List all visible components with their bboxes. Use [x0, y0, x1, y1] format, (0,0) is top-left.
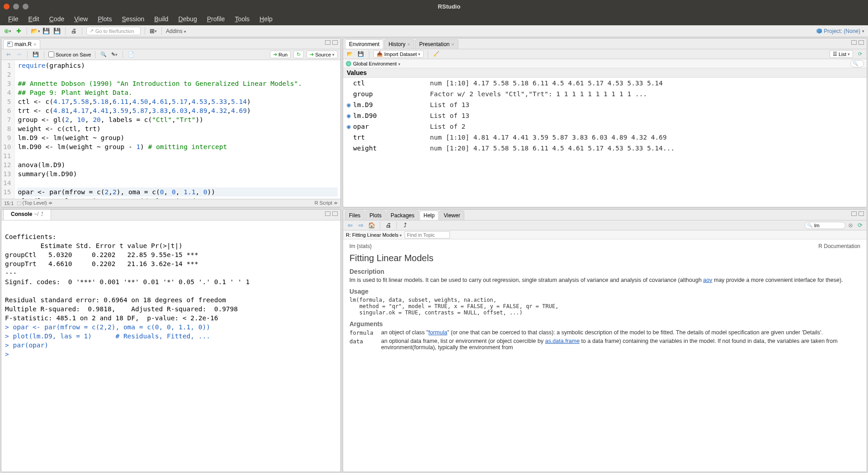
tab-plots[interactable]: Plots	[365, 211, 386, 220]
pane-maximize-icon[interactable]	[859, 211, 864, 216]
source-pane: main.R × ⇦ ⇨ 💾 Source on Save 🔍 ✎▾ 📄 ➔Ru…	[1, 38, 341, 207]
menu-profile[interactable]: Profile	[203, 14, 230, 24]
menu-file[interactable]: File	[4, 14, 23, 24]
help-back-icon[interactable]: ⇦	[346, 221, 354, 229]
goto-file-input[interactable]: ↗Go to file/function	[86, 27, 141, 35]
wand-icon[interactable]: ✎▾	[110, 51, 118, 59]
help-link-aov[interactable]: aov	[703, 277, 712, 283]
list-view-button[interactable]: ☰ List ▾	[830, 50, 853, 58]
help-forward-icon[interactable]: ⇨	[357, 221, 365, 229]
help-refresh-icon[interactable]: ⟳	[856, 221, 864, 229]
console-popout-icon[interactable]: ⤴	[41, 211, 43, 217]
help-content: lm {stats} R Documentation Fitting Linea…	[343, 239, 867, 472]
menu-debug[interactable]: Debug	[174, 14, 201, 24]
open-file-icon[interactable]: 📂▾	[31, 27, 39, 35]
console-tab[interactable]: Console ~/ ⤴	[3, 209, 51, 220]
tab-presentation[interactable]: Presentation×	[415, 39, 458, 49]
file-type-indicator[interactable]: R Script ≑	[315, 200, 338, 206]
close-tab-icon[interactable]: ×	[33, 42, 36, 47]
project-dropdown[interactable]: Project: (None) ▾	[816, 28, 864, 34]
env-row[interactable]: groupFactor w/ 2 levels "Ctl","Trt": 1 1…	[343, 89, 867, 99]
pane-maximize-icon[interactable]	[859, 40, 864, 45]
save-workspace-icon[interactable]: 💾	[357, 50, 365, 58]
menu-session[interactable]: Session	[117, 14, 149, 24]
save-all-icon[interactable]: 💾	[53, 27, 61, 35]
close-tab-icon[interactable]: ×	[452, 42, 454, 47]
help-popout-icon[interactable]: ⤴	[401, 221, 409, 229]
help-print-icon[interactable]: 🖨	[384, 221, 392, 229]
console-path: ~/	[34, 211, 38, 217]
scope-selector[interactable]: Global Environment ▾	[353, 61, 401, 66]
help-search-clear-icon[interactable]: ⊗	[848, 222, 853, 229]
menu-tools[interactable]: Tools	[230, 14, 254, 24]
tab-help[interactable]: Help	[420, 211, 439, 220]
import-dataset-button[interactable]: 📥 Import Dataset ▾	[373, 50, 424, 58]
load-workspace-icon[interactable]: 📂	[346, 50, 354, 58]
clear-workspace-icon[interactable]: 🧹	[432, 50, 440, 58]
source-on-save-checkbox[interactable]: Source on Save	[48, 52, 91, 57]
grid-icon[interactable]: ⊞▾	[149, 27, 157, 35]
pane-minimize-icon[interactable]	[325, 40, 330, 45]
tab-viewer[interactable]: Viewer	[439, 211, 464, 220]
help-link[interactable]: as.data.frame	[545, 338, 580, 344]
new-file-icon[interactable]: ⊕▾	[4, 27, 12, 35]
rerun-button[interactable]: ↻	[293, 51, 304, 58]
scope-indicator[interactable]: ⬚ (Top Level) ≑	[17, 200, 53, 206]
env-var-value: List of 13	[430, 111, 863, 121]
print-icon[interactable]: 🖨	[70, 27, 78, 35]
save-icon[interactable]: 💾	[42, 27, 50, 35]
help-search-input[interactable]: lm	[805, 222, 845, 229]
tab-packages[interactable]: Packages	[387, 211, 419, 220]
find-in-topic-input[interactable]	[405, 231, 450, 239]
window-minimize-button[interactable]	[13, 4, 19, 9]
refresh-icon[interactable]: ⟳	[856, 50, 864, 58]
help-link[interactable]: formula	[429, 329, 448, 336]
menu-edit[interactable]: Edit	[24, 14, 44, 24]
help-package-name: lm {stats}	[349, 243, 372, 249]
help-home-icon[interactable]: 🏠	[368, 221, 376, 229]
help-topic-dropdown[interactable]: R: Fitting Linear Models ▾	[346, 232, 402, 238]
menu-code[interactable]: Code	[45, 14, 69, 24]
env-row[interactable]: trtnum [1:10] 4.81 4.17 4.41 3.59 5.87 3…	[343, 132, 867, 143]
env-row[interactable]: ◉lm.D9List of 13	[343, 99, 867, 110]
env-row[interactable]: ◉oparList of 2	[343, 121, 867, 132]
window-close-button[interactable]	[4, 4, 9, 9]
source-tab-main[interactable]: main.R ×	[3, 39, 40, 49]
tab-history[interactable]: History×	[384, 39, 414, 49]
save-source-icon[interactable]: 💾	[32, 51, 40, 59]
env-row[interactable]: ◉lm.D90List of 13	[343, 110, 867, 121]
expand-icon[interactable]: ◉	[347, 111, 353, 121]
menu-help[interactable]: Help	[255, 14, 277, 24]
env-row[interactable]: ctlnum [1:10] 4.17 5.58 5.18 6.11 4.5 4.…	[343, 78, 867, 89]
report-icon[interactable]: 📄	[127, 51, 135, 59]
menu-plots[interactable]: Plots	[93, 14, 116, 24]
console-output[interactable]: Coefficients: Estimate Std. Error t valu…	[1, 220, 340, 472]
close-tab-icon[interactable]: ×	[407, 42, 410, 47]
source-button[interactable]: ➔Source ▾	[307, 51, 338, 58]
help-usage-header: Usage	[349, 288, 860, 295]
env-row[interactable]: weightnum [1:20] 4.17 5.58 5.18 6.11 4.5…	[343, 143, 867, 154]
menu-build[interactable]: Build	[150, 14, 173, 24]
find-icon[interactable]: 🔍	[99, 51, 108, 59]
source-editor[interactable]: 12345678910111213141516 require(graphics…	[1, 60, 340, 199]
pane-minimize-icon[interactable]	[325, 211, 330, 216]
tab-files[interactable]: Files	[345, 211, 364, 220]
pane-minimize-icon[interactable]	[851, 40, 857, 45]
help-pane: FilesPlotsPackagesHelpViewer ⇦ ⇨ 🏠 🖨 ⤴ l…	[343, 209, 867, 472]
menu-view[interactable]: View	[70, 14, 92, 24]
help-arg-row: formulaan object of class "formula" (or …	[349, 329, 860, 336]
expand-icon[interactable]: ◉	[347, 122, 353, 131]
expand-icon[interactable]: ◉	[347, 100, 353, 110]
run-button[interactable]: ➔Run	[270, 51, 291, 58]
pane-minimize-icon[interactable]	[851, 211, 857, 216]
pane-maximize-icon[interactable]	[332, 211, 338, 216]
pane-maximize-icon[interactable]	[332, 40, 338, 45]
help-arg-row: dataan optional data frame, list or envi…	[349, 338, 860, 351]
addins-dropdown[interactable]: Addins ▾	[166, 28, 186, 34]
env-search-input[interactable]	[850, 60, 864, 67]
back-icon[interactable]: ⇦	[4, 51, 12, 59]
window-maximize-button[interactable]	[23, 4, 28, 9]
tab-environment[interactable]: Environment	[345, 39, 383, 49]
new-project-icon[interactable]: ✚	[14, 27, 23, 35]
forward-icon[interactable]: ⇨	[15, 51, 23, 59]
